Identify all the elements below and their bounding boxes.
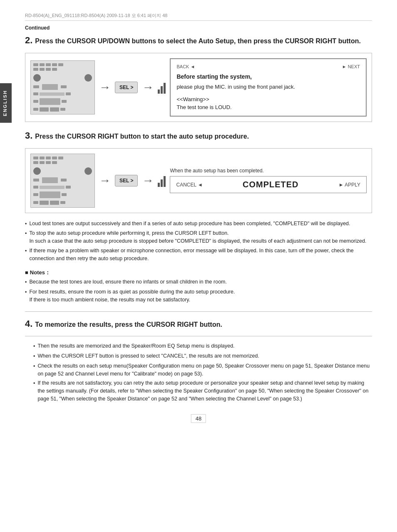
sel-button-step3[interactable]: SEL > — [115, 175, 138, 186]
bullet-text: If the results are not satisfactory, you… — [37, 379, 372, 403]
continued-label: Continued — [25, 25, 372, 31]
note-item: • Because the test tones are loud, ensur… — [25, 278, 372, 286]
step-3-number: 3. — [25, 130, 32, 141]
step-2-number: 2. — [25, 35, 32, 45]
cancel-label[interactable]: CANCEL ◄ — [176, 182, 202, 188]
bullet-item: • To stop the auto setup procedure while… — [25, 229, 372, 245]
speaker-icon — [158, 81, 166, 94]
step-4-bullets: • Then the results are memorized and the… — [25, 342, 372, 403]
step-3-block: 3.Press the CURSOR RIGHT button to start… — [25, 129, 372, 304]
step-2-diagram: → SEL > → BACK ◄ ► NEXT Before starting … — [25, 53, 372, 122]
bullet-item: • When the CURSOR LEFT button is pressed… — [33, 352, 372, 360]
bullet-dot: • — [25, 230, 27, 245]
note-text: Because the test tones are loud, ensure … — [29, 278, 227, 286]
step-2-block: 2.Press the CURSOR UP/DOWN buttons to se… — [25, 34, 372, 122]
completed-label: COMPLETED — [211, 180, 330, 189]
bullet-item: • Loud test tones are output successivel… — [25, 220, 372, 228]
warning-text: The test tone is LOUD. — [176, 103, 360, 112]
bullet-dot: • — [33, 353, 35, 360]
speaker-icon-2 — [158, 174, 166, 187]
info-main-text: Before starting the system, — [176, 72, 360, 81]
note-text: For best results, ensure the room is as … — [29, 288, 235, 304]
bullet-dot: • — [25, 220, 27, 228]
step-4-number: 4. — [25, 318, 32, 329]
warning-title: <<Warning>> — [176, 95, 360, 104]
back-label[interactable]: BACK ◄ — [176, 63, 195, 70]
info-sub-text: please plug the MIC. in using the front … — [176, 83, 360, 91]
bullet-dot: • — [25, 288, 27, 304]
bullet-dot: • — [25, 247, 27, 263]
notes-section: Notes： • Because the test tones are loud… — [25, 269, 372, 303]
step-3-bullets: • Loud test tones are output successivel… — [25, 220, 372, 263]
arrow-right-icon-2: → — [142, 81, 154, 94]
bullet-text: To stop the auto setup procedure while p… — [29, 229, 366, 245]
completed-area: When the auto setup has been completed. … — [170, 168, 367, 193]
notes-header: Notes： — [25, 269, 372, 276]
step-3-heading: 3.Press the CURSOR RIGHT button to start… — [25, 129, 372, 142]
next-label[interactable]: ► NEXT — [342, 63, 360, 70]
bullet-item: • Then the results are memorized and the… — [33, 342, 372, 351]
step-3-diagram: → SEL > → When the auto setup has been c… — [25, 148, 372, 213]
sel-button-step2[interactable]: SEL > — [115, 82, 138, 93]
bullet-text: If there may be a problem with speaker o… — [29, 247, 372, 263]
bullet-dot: • — [33, 343, 35, 351]
page-number: 48 — [191, 414, 206, 423]
apply-label[interactable]: ► APPLY — [339, 182, 360, 188]
file-header: RD-8504(A)_ENG_091118:RD-8504(A) 2009-11… — [25, 12, 372, 21]
step-2-heading: 2.Press the CURSOR UP/DOWN buttons to se… — [25, 34, 372, 47]
bullet-text: Loud test tones are output successively … — [29, 220, 350, 228]
bullet-item: • If there may be a problem with speaker… — [25, 247, 372, 263]
info-box-step2: BACK ◄ ► NEXT Before starting the system… — [170, 58, 367, 117]
bullet-dot: • — [33, 363, 35, 378]
bullet-text: When the CURSOR LEFT button is pressed t… — [37, 352, 259, 360]
note-item: • For best results, ensure the room is a… — [25, 288, 372, 304]
device-diagram-2 — [30, 154, 95, 208]
when-completed-text: When the auto setup has been completed. — [170, 168, 367, 174]
bullet-text: Then the results are memorized and the S… — [37, 342, 234, 351]
step-4-block: 4.To memorize the results, press the CUR… — [25, 318, 372, 403]
step-4-heading: 4.To memorize the results, press the CUR… — [25, 318, 372, 331]
device-diagram-1 — [30, 60, 95, 114]
bullet-dot: • — [33, 380, 35, 403]
bullet-item: • If the results are not satisfactory, y… — [33, 379, 372, 403]
divider-1 — [25, 311, 372, 312]
bullet-dot: • — [25, 278, 27, 286]
bullet-item: • Check the results on each setup menu(S… — [33, 362, 372, 378]
bullet-text: Check the results on each setup menu(Spe… — [37, 362, 372, 378]
divider-2 — [25, 336, 372, 336]
arrow-right-icon: → — [99, 81, 111, 94]
arrow-right-icon-3: → — [99, 174, 111, 187]
arrow-right-icon-4: → — [142, 174, 154, 187]
status-bar: CANCEL ◄ COMPLETED ► APPLY — [170, 176, 367, 193]
info-nav: BACK ◄ ► NEXT — [176, 63, 360, 70]
